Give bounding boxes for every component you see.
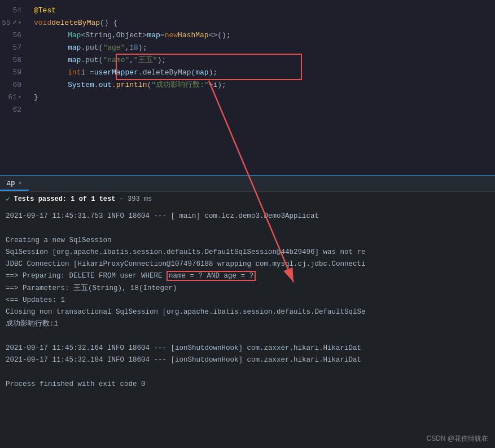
str-name: "name" [103,54,129,66]
comma-58: , [129,54,134,66]
terminal-section: ap × ✓ Tests passed: 1 of 1 test – 393 m… [0,175,495,448]
equals: = [160,29,165,41]
generic-map: <String,Object> [81,29,147,41]
line-57: 57 [0,42,21,54]
close-59: ); [209,67,218,78]
close-58: ); [157,54,167,66]
code-line-57: map .put( "age" , 18 ); [34,42,495,54]
concat: +i); [209,79,226,91]
close-57: ); [138,42,147,54]
line-59: 59 [0,67,21,79]
test-result: Tests passed: 1 of 1 test [14,195,115,203]
class-hashmap: HashMap [178,29,209,41]
dot1: . [94,79,99,91]
println: println [116,79,147,91]
code-line-59: int i = userMapper .deleteByMap( map ); [34,67,495,79]
console-line-4: JDBC Connection [HikariProxyConnection@1… [6,258,489,270]
fold-icon-61: ▾ [18,93,21,103]
var-i: i = [81,67,94,78]
test-separator: – [120,195,128,203]
code-line-56: Map <String,Object> map = new HashMap <>… [34,29,495,42]
line-58: 58 [0,54,21,67]
paren-open: () { [100,17,117,29]
comma-57: , [125,42,129,54]
line-num-55: 55 [2,17,11,29]
open-paren: ( [147,79,151,91]
type-map: Map [68,29,81,41]
console-line-12: Process finished with exit code 0 [6,379,489,390]
var-map-57: map [68,42,81,54]
num-18: 18 [129,42,138,54]
line-num-62: 62 [12,104,21,116]
tab-ap-label: ap [7,179,15,187]
success-msg: "成功影响行数:" [151,79,208,91]
put-58: .put( [81,54,103,66]
line-num-54: 54 [12,5,21,16]
console-line-5: ==> Preparing: DELETE FROM user WHERE na… [6,270,489,282]
editor-section: 54 55 ✓ ▾ 56 57 58 59 60 61 ▾ 62 [0,0,495,175]
put-57: .put( [81,42,103,54]
kw-int: int [68,67,81,78]
console-line-8: Closing non transactional SqlSession [or… [6,306,489,318]
console-line-10: 2021-09-17 11:45:32.164 INFO 18604 --- [… [6,342,489,354]
console-line-1: 2021-09-17 11:45:31.753 INFO 18604 --- [… [6,210,489,222]
line-62: 62 [0,104,21,116]
line-numbers: 54 55 ✓ ▾ 56 57 58 59 60 61 ▾ 62 [0,0,28,175]
code-line-54: @Test [34,5,495,17]
line-61: 61 ▾ [0,91,21,104]
out: out [99,79,112,91]
console-line-blank1 [6,222,489,234]
console-output: 2021-09-17 11:45:31.753 INFO 18604 --- [… [0,206,495,395]
console-line-3: SqlSession [org.apache.ibatis.session.de… [6,247,489,258]
var-map: map [147,29,160,41]
system: System [68,79,94,91]
console-line-9: 成功影响行数:1 [6,318,489,330]
kw-void: void [34,17,51,29]
kw-new: new [165,29,178,41]
test-pass-icon: ✓ [13,17,17,29]
line-55: 55 ✓ ▾ [0,17,21,29]
deletebymap-call: .deleteByMap( [138,67,195,78]
app-container: 54 55 ✓ ▾ 56 57 58 59 60 61 ▾ 62 [0,0,495,448]
log-line-1: 2021-09-17 11:45:31.753 INFO 18604 --- [… [6,212,319,220]
close-brace: } [34,91,38,103]
sql-highlight: name = ? AND age = ? [167,271,256,281]
terminal-tabs: ap × [0,176,495,192]
dot2: . [112,79,116,91]
test-time: 393 ms [128,195,152,203]
console-line-blank3 [6,366,489,378]
var-usermapper: userMapper [94,67,138,78]
hashmap-end: <>(); [209,29,231,41]
tab-close-icon[interactable]: × [18,180,22,187]
line-56: 56 [0,29,21,42]
watermark: CSDN @花伤情犹在 [426,434,488,443]
method-deletebymap: deleteByMap [51,17,100,29]
test-status-bar: ✓ Tests passed: 1 of 1 test – 393 ms [0,192,495,206]
test-status-text: Tests passed: 1 of 1 test – 393 ms [14,195,152,203]
line-num-57: 57 [12,42,21,54]
line-num-60: 60 [12,79,21,91]
line-num-56: 56 [12,29,21,41]
var-map-58: map [68,54,81,66]
pass-check-icon: ✓ [6,194,10,204]
line-num-58: 58 [12,54,21,66]
str-age: "age" [103,42,125,54]
code-content: @Test void deleteByMap () { Map <String,… [28,0,495,175]
console-line-blank2 [6,331,489,342]
code-line-60: System . out . println ( "成功影响行数:" +i); [34,79,495,91]
fold-icon-55: ▾ [18,19,21,28]
console-line-11: 2021-09-17 11:45:32.184 INFO 18604 --- [… [6,354,489,366]
console-line-7: <== Updates: 1 [6,295,489,306]
console-line-2: Creating a new SqlSession [6,235,489,247]
str-wangwu: "王五" [134,54,157,66]
line-54: 54 [0,5,21,17]
line-num-59: 59 [12,67,21,78]
console-line-6: ==> Parameters: 王五(String), 18(Integer) [6,283,489,295]
line-60: 60 [0,79,21,91]
code-line-61: } [34,91,495,104]
code-line-58: map .put( "name" , "王五" ); [34,54,495,67]
line-num-61: 61 [8,91,17,103]
tab-ap[interactable]: ap × [0,177,29,191]
param-map: map [195,67,208,78]
code-line-62 [34,104,495,116]
